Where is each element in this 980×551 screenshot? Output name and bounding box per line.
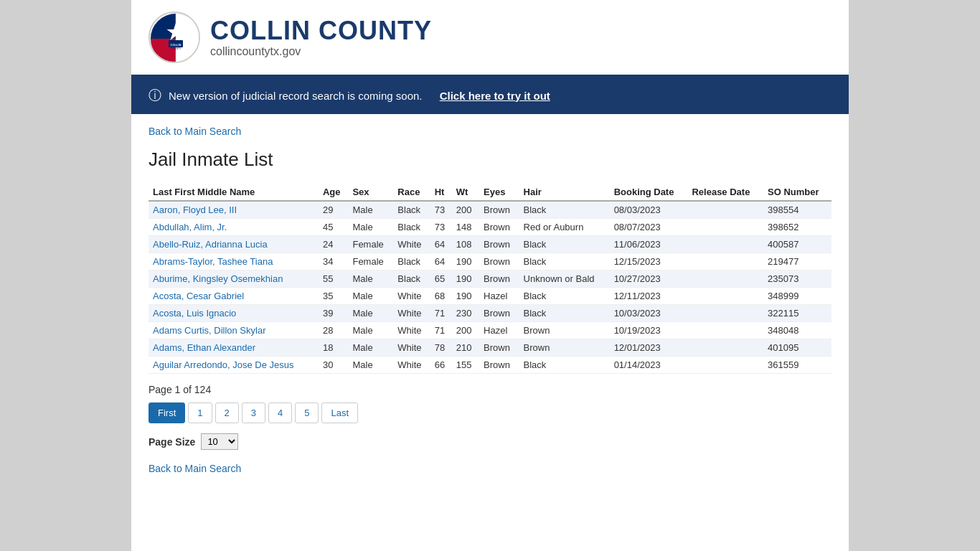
cell-sex: Male [348,201,393,219]
cell-booking: 08/03/2023 [610,201,688,219]
cell-hair: Black [519,357,610,374]
cell-sex: Female [348,253,393,270]
table-row: Acosta, Luis Ignacio39MaleWhite71230Brow… [149,305,831,322]
cell-ht: 73 [430,201,452,219]
col-name: Last First Middle Name [149,184,319,201]
pagination-page-button[interactable]: 4 [268,402,292,423]
cell-hair: Black [519,288,610,305]
site-website: collincountytx.gov [210,45,432,58]
cell-race: Black [393,270,430,288]
cell-so: 401095 [763,339,831,357]
main-content: Back to Main Search Jail Inmate List Las… [131,114,849,497]
cell-race: White [393,357,430,374]
cell-ht: 66 [430,357,452,374]
col-booking-date: Booking Date [610,184,688,201]
cell-so: 348999 [763,288,831,305]
cell-eyes: Brown [479,339,519,357]
pagination-last-button[interactable]: Last [321,402,358,423]
cell-release [687,357,763,374]
cell-release [687,322,763,339]
cell-ht: 71 [430,305,452,322]
pagination-info: Page 1 of 124 [149,384,831,395]
banner-message: New version of judicial record search is… [169,90,423,102]
cell-release [687,201,763,219]
info-icon: ⓘ [149,87,161,104]
col-eyes: Eyes [479,184,519,201]
table-row: Abello-Ruiz, Adrianna Lucia24FemaleWhite… [149,236,831,253]
cell-release [687,219,763,236]
cell-booking: 11/06/2023 [610,236,688,253]
cell-booking: 10/27/2023 [610,270,688,288]
cell-hair: Unknown or Bald [519,270,610,288]
cell-sex: Male [348,270,393,288]
cell-ht: 68 [430,288,452,305]
pagination-page-button[interactable]: 3 [242,402,265,423]
pagination-page-button[interactable]: 5 [295,402,319,423]
cell-name: Acosta, Cesar Gabriel [149,288,319,305]
cell-booking: 12/15/2023 [610,253,688,270]
cell-release [687,305,763,322]
cell-eyes: Brown [479,201,519,219]
table-row: Aguilar Arredondo, Jose De Jesus30MaleWh… [149,357,831,374]
cell-hair: Brown [519,339,610,357]
cell-ht: 73 [430,219,452,236]
page-title: Jail Inmate List [149,149,831,171]
cell-booking: 12/01/2023 [610,339,688,357]
cell-wt: 155 [452,357,479,374]
cell-ht: 65 [430,270,452,288]
cell-so: 322115 [763,305,831,322]
table-row: Aburime, Kingsley Osemekhian55MaleBlack6… [149,270,831,288]
cell-age: 28 [319,322,349,339]
cell-ht: 71 [430,322,452,339]
cell-hair: Black [519,305,610,322]
pagination-page-button[interactable]: 1 [188,402,212,423]
col-ht: Ht [430,184,452,201]
col-race: Race [393,184,430,201]
cell-hair: Black [519,253,610,270]
cell-sex: Male [348,288,393,305]
cell-name: Abello-Ruiz, Adrianna Lucia [149,236,319,253]
cell-name: Adams Curtis, Dillon Skylar [149,322,319,339]
banner-link[interactable]: Click here to try it out [440,90,550,102]
cell-race: White [393,339,430,357]
pagination-first-button[interactable]: First [149,402,185,423]
svg-text:COUNTY: COUNTY [171,47,182,50]
cell-eyes: Brown [479,253,519,270]
cell-wt: 148 [452,219,479,236]
inmate-table: Last First Middle Name Age Sex Race Ht W… [149,184,831,374]
cell-name: Acosta, Luis Ignacio [149,305,319,322]
back-to-main-link-bottom[interactable]: Back to Main Search [149,463,241,474]
table-row: Abdullah, Alim, Jr.45MaleBlack73148Brown… [149,219,831,236]
cell-age: 34 [319,253,349,270]
pagination-controls: First12345Last [149,402,831,423]
cell-wt: 230 [452,305,479,322]
back-to-main-link-top[interactable]: Back to Main Search [149,126,241,137]
cell-race: Black [393,219,430,236]
cell-age: 30 [319,357,349,374]
cell-wt: 200 [452,201,479,219]
table-row: Adams Curtis, Dillon Skylar28MaleWhite71… [149,322,831,339]
cell-eyes: Brown [479,305,519,322]
cell-name: Abdullah, Alim, Jr. [149,219,319,236]
cell-wt: 200 [452,322,479,339]
cell-age: 45 [319,219,349,236]
cell-sex: Male [348,357,393,374]
cell-sex: Male [348,339,393,357]
cell-name: Abrams-Taylor, Tashee Tiana [149,253,319,270]
page-size-select[interactable]: 102550100 [201,433,238,450]
cell-age: 35 [319,288,349,305]
pagination-page-button[interactable]: 2 [215,402,239,423]
cell-sex: Male [348,322,393,339]
cell-hair: Brown [519,322,610,339]
col-so-number: SO Number [763,184,831,201]
table-row: Adams, Ethan Alexander18MaleWhite78210Br… [149,339,831,357]
cell-booking: 10/19/2023 [610,322,688,339]
cell-so: 361559 [763,357,831,374]
cell-booking: 08/07/2023 [610,219,688,236]
cell-wt: 190 [452,288,479,305]
cell-eyes: Brown [479,219,519,236]
county-logo: COLLIN COUNTY [149,11,200,63]
header-text-block: COLLIN COUNTY collincountytx.gov [210,17,432,58]
cell-name: Aaron, Floyd Lee, III [149,201,319,219]
page-size-row: Page Size 102550100 [149,433,831,450]
